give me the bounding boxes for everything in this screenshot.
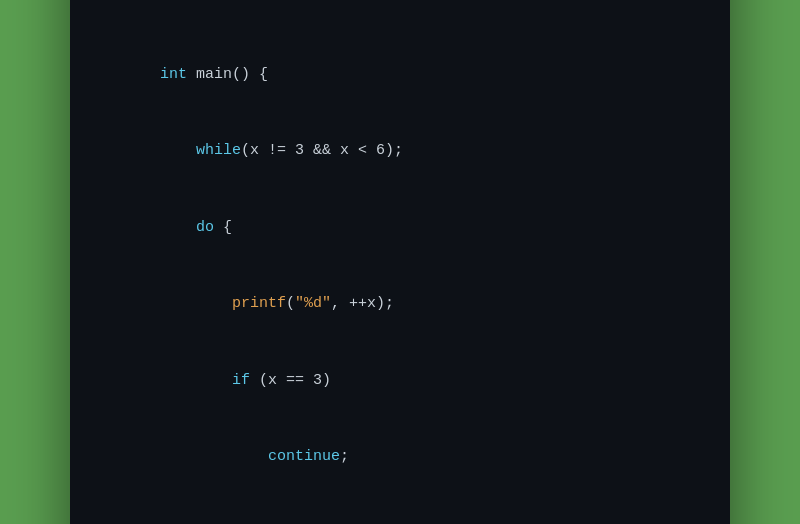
printf-func: printf (232, 295, 286, 312)
continue-line: continue; (106, 419, 694, 496)
while-keyword: while (196, 142, 241, 159)
printf-line: printf("%d", ++x); (106, 266, 694, 343)
code-editor: // Language: C #include <stdio.h> int ma… (70, 0, 730, 524)
printf-args: , ++x); (331, 295, 394, 312)
while-line: while(x != 3 && x < 6); (106, 113, 694, 190)
preprocessor-line: #include <stdio.h> (106, 0, 694, 11)
printf-string: "%d" (295, 295, 331, 312)
do-brace: { (214, 219, 232, 236)
main-func: main() { (187, 66, 268, 83)
while-condition: (x != 3 && x < 6); (241, 142, 403, 159)
code-window: // Language: C #include <stdio.h> int ma… (70, 0, 730, 524)
printf-paren-open: ( (286, 295, 295, 312)
main-declaration-line: int main() { (106, 36, 694, 113)
continue-keyword: continue (268, 448, 340, 465)
do-keyword: do (196, 219, 214, 236)
printf-indent (160, 295, 232, 312)
if-indent (160, 372, 232, 389)
do-indent (160, 219, 196, 236)
if-line: if (x == 3) (106, 342, 694, 419)
continue-semi: ; (340, 448, 349, 465)
blank-line-2 (106, 11, 694, 37)
if-keyword: if (232, 372, 250, 389)
int-keyword: int (160, 66, 187, 83)
if-condition: (x == 3) (250, 372, 331, 389)
close-do-line: } (106, 495, 694, 524)
do-line: do { (106, 189, 694, 266)
while-indent (160, 142, 196, 159)
continue-indent (160, 448, 268, 465)
